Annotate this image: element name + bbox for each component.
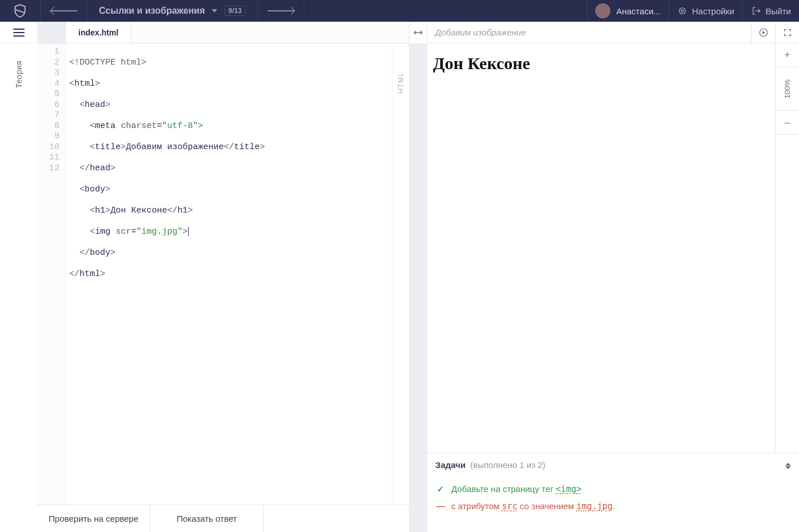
zoom-out-button[interactable]: –	[776, 111, 799, 135]
lesson-counter: 9/13	[224, 6, 245, 16]
arrow-left-icon	[51, 10, 77, 11]
preview-surface: Дон Кексоне	[427, 43, 775, 453]
theory-sidebar: Теория	[0, 22, 38, 532]
resize-horizontal-icon	[414, 29, 423, 36]
tasks-toggle[interactable]: Задачи (выполнено 1 из 2)	[427, 453, 799, 476]
tasks-label: Задачи	[435, 460, 466, 470]
tab-index-html[interactable]: index.html	[66, 22, 132, 43]
arrow-right-icon	[268, 10, 294, 11]
lesson-title-dropdown[interactable]: Ссылки и изображения 9/13	[88, 6, 257, 16]
task-row: — с атрибутом src со значением img.jpg.	[436, 501, 790, 511]
chevron-down-icon	[212, 9, 217, 13]
play-circle-icon	[758, 27, 769, 38]
logout-icon	[751, 6, 761, 16]
preview-title: Добавим изображение	[427, 27, 751, 37]
zoom-controls: + 100% –	[775, 43, 799, 453]
tasks-progress: (выполнено 1 из 2)	[470, 460, 545, 470]
editor-footer: Проверить на сервере Показать ответ	[37, 505, 409, 532]
code-editor[interactable]: 1 2 3 4 5 6 7 8 9 10 11 12 <!DOCTYPE htm…	[37, 43, 392, 505]
gear-icon	[677, 6, 687, 16]
split-handle[interactable]	[409, 22, 427, 43]
exit-button[interactable]: Выйти	[742, 0, 799, 22]
zoom-in-button[interactable]: +	[776, 43, 799, 67]
nav-next-button[interactable]	[257, 0, 304, 22]
tasks-panel: Задачи (выполнено 1 из 2) ✓ Добавьте на …	[427, 453, 799, 532]
user-name: Анастаси...	[616, 6, 661, 16]
editor-lang-badge: HTML	[397, 72, 405, 93]
editor-tabs: index.html	[37, 22, 409, 43]
line-gutter: 1 2 3 4 5 6 7 8 9 10 11 12	[37, 43, 66, 505]
zoom-level: 100%	[776, 67, 799, 111]
nav-prev-button[interactable]	[41, 0, 88, 22]
shield-icon	[13, 3, 27, 18]
run-button[interactable]	[751, 22, 775, 43]
code-content[interactable]: <!DOCTYPE html> <html> <head> <meta char…	[66, 43, 392, 505]
code-editor-panel: index.html 1 2 3 4 5 6 7 8 9 10	[37, 22, 409, 532]
lesson-title: Ссылки и изображения	[99, 6, 205, 16]
editor-cursor	[188, 227, 189, 236]
check-server-button[interactable]: Проверить на сервере	[37, 505, 150, 532]
svg-point-0	[679, 8, 686, 14]
theory-label[interactable]: Теория	[14, 61, 23, 88]
logo[interactable]	[0, 0, 41, 22]
collapse-icon	[785, 463, 791, 469]
task-row: ✓ Добавьте на страницу тег <img>	[436, 484, 790, 494]
user-menu[interactable]: Анастаси...	[587, 0, 669, 22]
show-answer-button[interactable]: Показать ответ	[150, 505, 264, 532]
avatar	[595, 3, 610, 18]
check-icon: ✓	[436, 484, 444, 494]
preview-h1: Дон Кексоне	[433, 54, 769, 73]
svg-point-1	[681, 10, 683, 12]
fullscreen-button[interactable]	[775, 22, 799, 43]
dash-icon: —	[436, 501, 444, 511]
expand-icon	[783, 28, 792, 37]
menu-icon	[13, 29, 25, 37]
app-header: Ссылки и изображения 9/13 Анастаси... На…	[0, 0, 799, 22]
preview-panel: Добавим изображение Дон Кексоне + 100%	[427, 22, 799, 532]
menu-toggle-button[interactable]	[0, 22, 38, 43]
settings-button[interactable]: Настройки	[669, 0, 742, 22]
